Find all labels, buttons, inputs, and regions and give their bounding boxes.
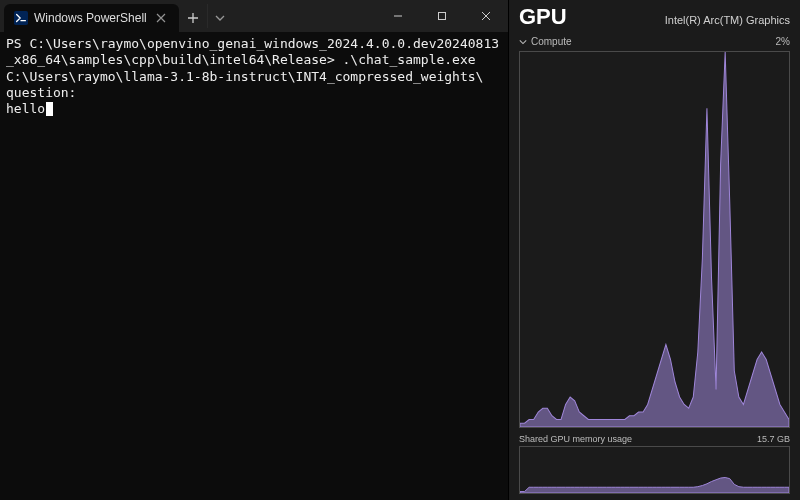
terminal-output[interactable]: PS C:\Users\raymo\openvino_genai_windows…	[0, 32, 508, 500]
compute-label[interactable]: Compute	[531, 36, 572, 47]
question-prompt: question:	[6, 85, 76, 100]
shared-mem-label: Shared GPU memory usage	[519, 434, 632, 444]
gpu-device-name: Intel(R) Arc(TM) Graphics	[665, 14, 790, 26]
minimize-button[interactable]	[376, 0, 420, 32]
compute-percent: 2%	[776, 36, 790, 47]
tab-title: Windows PowerShell	[34, 11, 147, 25]
new-tab-button[interactable]	[179, 4, 207, 32]
text-cursor	[46, 102, 53, 116]
shared-mem-value: 15.7 GB	[757, 434, 790, 444]
maximize-button[interactable]	[420, 0, 464, 32]
powershell-window: Windows PowerShell	[0, 0, 509, 500]
close-window-button[interactable]	[464, 0, 508, 32]
taskmanager-gpu-panel: GPU Intel(R) Arc(TM) Graphics Compute 2%…	[509, 0, 800, 500]
titlebar-drag-region[interactable]	[232, 0, 376, 32]
shared-mem-chart	[519, 446, 790, 494]
compute-chart	[519, 51, 790, 428]
powershell-icon	[14, 11, 28, 25]
tab-dropdown-button[interactable]	[208, 4, 232, 32]
gpu-title: GPU	[519, 4, 567, 30]
chevron-down-icon[interactable]	[519, 38, 527, 46]
window-titlebar[interactable]: Windows PowerShell	[0, 0, 508, 32]
user-input-text: hello	[6, 101, 45, 116]
svg-rect-1	[439, 13, 446, 20]
tab-close-button[interactable]	[153, 10, 169, 26]
prompt-line: PS C:\Users\raymo\openvino_genai_windows…	[6, 36, 499, 84]
terminal-tab[interactable]: Windows PowerShell	[4, 4, 179, 32]
